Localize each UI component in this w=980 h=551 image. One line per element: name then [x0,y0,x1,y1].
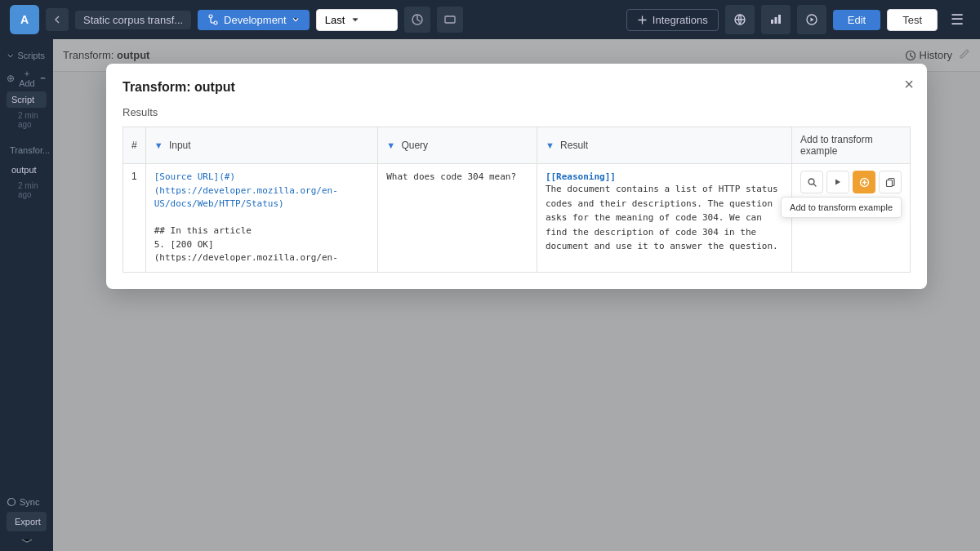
svg-point-0 [209,15,212,18]
sidebar-output-time: 2 min ago [7,181,47,202]
nav-icon-btn-1[interactable] [404,7,430,33]
navbar: A Static corpus transf... Development La… [0,0,980,39]
svg-rect-7 [778,15,781,24]
result-content: [[Reasoning]] The document contains a li… [546,171,783,254]
transform-section-label: Transfor... [8,142,51,158]
svg-point-12 [808,179,814,184]
dev-branch-label: Development [224,14,287,26]
dev-branch-button[interactable]: Development [198,10,310,30]
test-button[interactable]: Test [887,9,938,31]
back-button[interactable] [46,8,69,31]
last-dropdown-label: Last [325,14,345,26]
edit-button[interactable]: Edit [833,10,880,30]
cell-query: What does code 304 mean? [378,164,537,273]
scripts-section-label: Scripts [16,47,47,64]
sidebar-bottom: Sync Export [7,497,47,543]
svg-rect-3 [445,16,455,23]
project-name: Static corpus transf... [75,11,191,29]
modal-title: Transform: output [122,80,911,95]
nav-icon-btn-2[interactable] [437,7,463,33]
cell-num: 1 [123,164,146,273]
play-button[interactable] [797,5,826,34]
sync-button[interactable]: Sync [7,497,47,507]
sidebar-item-script[interactable]: Script [7,91,47,108]
result-tag: [[Reasoning]] [546,171,616,182]
main-layout: Scripts ⊕ + Add Script 2 min ago Transfo… [0,39,980,551]
action-buttons: Add to transform example [800,171,902,193]
add-example-action-button[interactable] [853,171,875,193]
last-dropdown[interactable]: Last [316,9,398,31]
svg-point-10 [8,499,16,506]
menu-button[interactable]: ☰ [944,7,970,33]
integrations-button[interactable]: Integrations [626,9,719,31]
col-header-query: ▼ Query [378,127,537,164]
sidebar-item-output[interactable]: output [7,162,47,178]
chart-button[interactable] [761,5,791,34]
sidebar: Scripts ⊕ + Add Script 2 min ago Transfo… [0,39,53,551]
svg-rect-5 [771,20,773,24]
export-button[interactable]: Export [7,512,47,531]
input-code-block: [Source URL](#)(https://developer.mozill… [154,171,369,265]
svg-point-1 [214,21,217,24]
svg-rect-14 [886,180,892,186]
results-table: # ▼ Input ▼ Query ▼ Result [122,127,911,273]
filter-icon-query: ▼ [386,140,395,150]
cell-input: [Source URL](#)(https://developer.mozill… [145,164,377,273]
copy-action-button[interactable] [879,171,902,193]
sidebar-script-time: 2 min ago [7,111,47,132]
add-example-tooltip: Add to transform example [781,197,902,218]
modal: Transform: output × Results # ▼ Input [106,64,927,289]
globe-button[interactable] [725,5,755,34]
cell-result: [[Reasoning]] The document contains a li… [537,164,791,273]
filter-icon-input: ▼ [154,140,163,150]
query-text: What does code 304 mean? [386,171,516,182]
col-header-input: ▼ Input [145,127,377,164]
col-header-result: ▼ Result [537,127,791,164]
svg-rect-6 [774,17,777,24]
table-row: 1 [Source URL](#)(https://developer.mozi… [123,164,911,273]
integrations-label: Integrations [653,14,708,26]
modal-close-button[interactable]: × [904,75,914,94]
app-logo: A [10,5,39,34]
content-area: Transform: output History Transform: out… [53,39,980,551]
play-action-button[interactable] [826,171,849,193]
col-header-num: # [123,127,146,164]
svg-rect-9 [41,78,45,78]
search-action-button[interactable] [800,171,823,193]
cell-actions: Add to transform example [792,164,911,273]
col-header-actions: Add to transform example [792,127,911,164]
modal-results-label: Results [122,106,911,118]
sidebar-add-button[interactable]: ⊕ + Add [7,69,47,88]
filter-icon-result: ▼ [546,140,555,150]
result-body: The document contains a list of HTTP sta… [546,184,778,251]
